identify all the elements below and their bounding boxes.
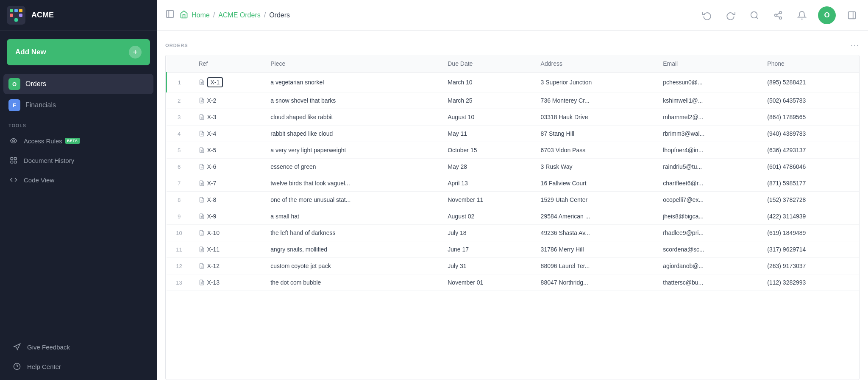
row-email: agiordanob@... (656, 258, 760, 274)
tool-item-give-feedback[interactable]: Give Feedback (7, 338, 150, 356)
row-ref[interactable]: X-5 (192, 142, 264, 159)
row-ref[interactable]: X-4 (192, 126, 264, 142)
nav-section: O Orders F Financials (0, 74, 157, 116)
add-new-button[interactable]: Add New + (7, 39, 150, 65)
row-due-date: May 11 (441, 126, 534, 142)
row-phone: (871) 5985177 (760, 175, 859, 192)
row-ref[interactable]: X-11 (192, 241, 264, 258)
add-new-plus-icon: + (129, 46, 142, 59)
row-doc-icon (199, 246, 205, 252)
row-address: 736 Monterey Cr... (534, 92, 657, 109)
col-header-piece[interactable]: Piece (264, 55, 441, 73)
row-number: 12 (167, 258, 192, 274)
financials-label: Financials (25, 101, 56, 109)
history-icon (8, 155, 19, 165)
row-email: ocopelli7@ex... (656, 192, 760, 208)
tool-item-access-rules[interactable]: Access Rules BETA (3, 131, 153, 150)
row-ref[interactable]: X-13 (192, 274, 264, 291)
topbar-actions: O (699, 6, 860, 24)
row-doc-icon (199, 79, 205, 85)
undo-button[interactable] (699, 8, 715, 23)
sidebar-item-financials[interactable]: F Financials (3, 95, 153, 115)
table-row[interactable]: 3X-3cloud shaped like rabbitAugust 10033… (167, 109, 860, 126)
row-due-date: July 18 (441, 225, 534, 241)
tool-item-document-history[interactable]: Document History (3, 151, 153, 170)
col-header-address[interactable]: Address (534, 55, 657, 73)
row-ref[interactable]: X-9 (192, 208, 264, 225)
row-doc-icon (199, 213, 205, 219)
row-number: 5 (167, 142, 192, 159)
row-number: 11 (167, 241, 192, 258)
row-phone: (317) 9629714 (760, 241, 859, 258)
tool-item-code-view[interactable]: Code View (3, 170, 153, 189)
table-more-button[interactable]: ··· (851, 41, 860, 50)
col-header-email[interactable]: Email (656, 55, 760, 73)
row-piece: a small hat (264, 208, 441, 225)
row-piece: twelve birds that look vaguel... (264, 175, 441, 192)
row-ref[interactable]: X-7 (192, 175, 264, 192)
table-row[interactable]: 5X-5a very very light paperweightOctober… (167, 142, 860, 159)
right-panel-toggle[interactable] (844, 8, 860, 23)
share-button[interactable] (771, 8, 786, 23)
row-number: 2 (167, 92, 192, 109)
row-due-date: October 15 (441, 142, 534, 159)
table-row[interactable]: 6X-6essence of greenMay 283 Rusk Wayrain… (167, 159, 860, 175)
sidebar-header: ACME (0, 0, 157, 31)
col-header-ref[interactable]: Ref (192, 55, 264, 73)
row-address: 88096 Laurel Ter... (534, 258, 657, 274)
row-piece: a snow shovel that barks (264, 92, 441, 109)
svg-rect-16 (849, 11, 856, 19)
topbar: Home / ACME Orders / Orders (157, 0, 868, 31)
document-history-label: Document History (24, 157, 74, 164)
row-address: 88047 Northridg... (534, 274, 657, 291)
row-piece: the dot com bubble (264, 274, 441, 291)
table-row[interactable]: 8X-8one of the more unusual stat...Novem… (167, 192, 860, 208)
table-row[interactable]: 1X-1a vegetarian snorkelMarch 103 Superi… (167, 73, 860, 92)
row-doc-icon (199, 197, 205, 203)
row-address: 87 Stang Hill (534, 126, 657, 142)
row-ref[interactable]: X-10 (192, 225, 264, 241)
breadcrumb-current: Orders (269, 11, 290, 19)
row-email: raindriu5@tu... (656, 159, 760, 175)
row-doc-icon (199, 147, 205, 153)
row-ref[interactable]: X-6 (192, 159, 264, 175)
table-row[interactable]: 11X-11angry snails, mollifiedJune 173178… (167, 241, 860, 258)
orders-avatar: O (8, 78, 20, 90)
notifications-button[interactable] (794, 8, 810, 23)
breadcrumb-home[interactable]: Home (192, 11, 210, 19)
row-email: rbrimm3@wal... (656, 126, 760, 142)
user-avatar[interactable]: O (818, 6, 836, 24)
table-row[interactable]: 7X-7twelve birds that look vaguel...Apri… (167, 175, 860, 192)
table-row[interactable]: 13X-13the dot com bubbleNovember 0188047… (167, 274, 860, 291)
sidebar-item-orders[interactable]: O Orders (3, 74, 153, 94)
search-button[interactable] (747, 8, 762, 23)
row-address: 6703 Vidon Pass (534, 142, 657, 159)
row-email: lhopfner4@in... (656, 142, 760, 159)
row-ref[interactable]: X-12 (192, 258, 264, 274)
table-row[interactable]: 4X-4rabbit shaped like cloudMay 1187 Sta… (167, 126, 860, 142)
col-header-num (167, 55, 192, 73)
tool-item-help-center[interactable]: Help Center (7, 357, 150, 376)
row-due-date: May 28 (441, 159, 534, 175)
redo-button[interactable] (723, 8, 738, 23)
row-ref[interactable]: X-3 (192, 109, 264, 126)
table-row[interactable]: 9X-9a small hatAugust 0229584 American .… (167, 208, 860, 225)
row-address: 1529 Utah Center (534, 192, 657, 208)
row-ref[interactable]: X-8 (192, 192, 264, 208)
table-wrapper[interactable]: Ref Piece Due Date Address Email Phone 1… (165, 55, 860, 380)
breadcrumb-section[interactable]: ACME Orders (218, 11, 261, 19)
table-row[interactable]: 10X-10the left hand of darknessJuly 1849… (167, 225, 860, 241)
table-row[interactable]: 2X-2a snow shovel that barksMarch 25736 … (167, 92, 860, 109)
row-due-date: June 17 (441, 241, 534, 258)
col-header-phone[interactable]: Phone (760, 55, 859, 73)
table-row[interactable]: 12X-12custom coyote jet packJuly 3188096… (167, 258, 860, 274)
row-piece: one of the more unusual stat... (264, 192, 441, 208)
row-ref[interactable]: X-1 (192, 73, 264, 92)
row-phone: (502) 6435783 (760, 92, 859, 109)
table-section-label: ORDERS ··· (165, 41, 860, 50)
eye-icon (8, 136, 19, 146)
row-address: 16 Fallview Court (534, 175, 657, 192)
row-ref[interactable]: X-2 (192, 92, 264, 109)
collapse-sidebar-button[interactable] (165, 9, 175, 21)
col-header-due-date[interactable]: Due Date (441, 55, 534, 73)
